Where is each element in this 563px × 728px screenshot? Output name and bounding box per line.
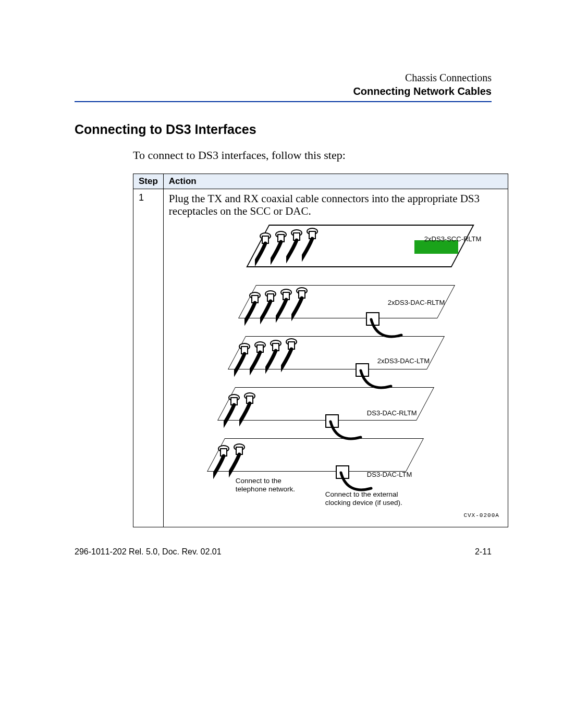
panel-label: 2xDS3-SCC-RLTM [424, 235, 482, 243]
step-number: 1 [133, 189, 164, 527]
coax-connector-icon [281, 337, 304, 368]
panel-label: 2xDS3-DAC-LTM [377, 357, 430, 365]
coax-connector-icon [229, 442, 252, 473]
header-section: Connecting Network Cables [75, 84, 492, 98]
clock-cable-icon [366, 314, 397, 356]
action-text: Plug the TX and RX coaxial cable connect… [169, 192, 503, 217]
header-rule [75, 101, 492, 102]
footer-page-number: 2-11 [475, 547, 492, 557]
intro-text: To connect to DS3 interfaces, follow thi… [133, 149, 492, 162]
column-header-action: Action [163, 174, 508, 189]
page-footer: 296-1011-202 Rel. 5.0, Doc. Rev. 02.01 2… [75, 547, 492, 557]
callout-external-clocking: Connect to the external clocking device … [325, 490, 409, 507]
header-chapter: Chassis Connections [75, 71, 492, 84]
section-title: Connecting to DS3 Interfaces [75, 122, 492, 137]
footer-docinfo: 296-1011-202 Rel. 5.0, Doc. Rev. 02.01 [75, 547, 222, 556]
coax-connector-icon [291, 286, 314, 317]
panel-label: 2xDS3-DAC-RLTM [388, 299, 445, 306]
coax-connector-icon [239, 391, 262, 422]
clock-cable-icon [356, 365, 387, 407]
clock-cable-icon [325, 416, 357, 458]
ds3-connection-diagram: 2xDS3-SCC-RLTM 2xDS3-DAC-RLTM 2xDS3-DAC-… [169, 220, 503, 522]
callout-telephone-network: Connect to the telephone network. [236, 477, 303, 493]
coax-connector-icon [302, 226, 325, 257]
diagram-code: CVX-0200A [463, 512, 499, 519]
panel-label: DS3-DAC-LTM [367, 471, 412, 478]
table-row: 1 Plug the TX and RX coaxial cable conne… [133, 189, 508, 527]
procedure-table: Step Action 1 Plug the TX and RX coaxial… [133, 174, 508, 527]
column-header-step: Step [133, 174, 164, 189]
panel-label: DS3-DAC-RLTM [367, 409, 417, 417]
